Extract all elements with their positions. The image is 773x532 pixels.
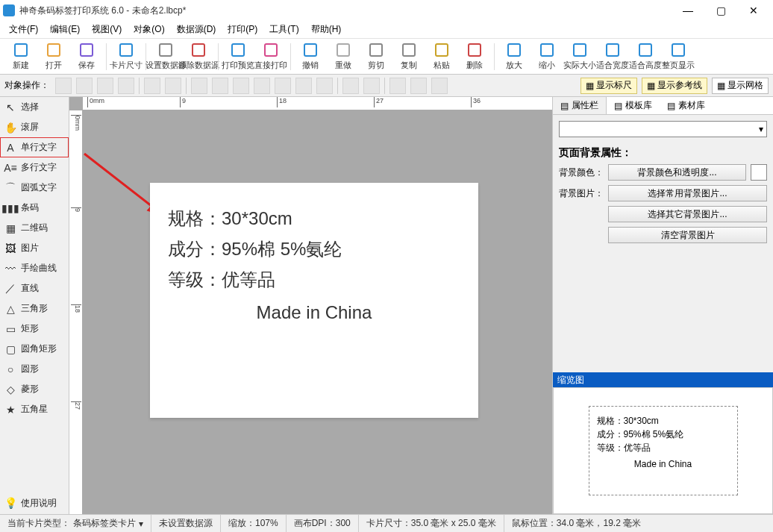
bulb-icon: 💡 — [4, 497, 16, 509]
fitpage-label: 整页显示 — [662, 60, 695, 71]
right-panel-tabs: ▤属性栏▤模板库▤素材库 — [553, 97, 773, 115]
tool-rect[interactable]: ▭矩形 — [0, 319, 69, 339]
actual-button[interactable]: 实际大小 — [563, 42, 596, 71]
rtab-tpl[interactable]: ▤模板库 — [607, 97, 660, 114]
toggle-ruler[interactable]: ▦显示标尺 — [580, 78, 637, 94]
toggle-guide[interactable]: ▦显示参考线 — [642, 78, 707, 94]
statusbar: 当前卡片类型：条码标签类卡片 ▾ 未设置数据源 缩放：107% 画布DPI：30… — [0, 514, 773, 532]
new-label: 新建 — [13, 60, 29, 71]
delete-button[interactable]: 删除 — [458, 42, 491, 71]
bgcolor-label: 背景颜色： — [559, 166, 604, 179]
close-button[interactable]: ✕ — [737, 0, 770, 21]
setds-button[interactable]: 设置数据源 — [149, 42, 182, 71]
menu-文件(F)[interactable]: 文件(F) — [4, 22, 43, 37]
help-tool[interactable]: 💡使用说明 — [0, 492, 69, 514]
tool-tri[interactable]: △三角形 — [0, 298, 69, 319]
new-button[interactable]: 新建 — [4, 42, 37, 71]
menu-视图(V)[interactable]: 视图(V) — [87, 22, 126, 37]
zoomin-button[interactable]: 放大 — [498, 42, 531, 71]
removeds-button[interactable]: 移除数据源 — [182, 42, 215, 71]
svg-rect-10 — [370, 44, 382, 56]
status-mouse: 鼠标位置：34.0 毫米，19.2 毫米 — [504, 515, 648, 532]
label-line-1[interactable]: 规格：30*30cm — [168, 204, 460, 234]
menu-打印(P)[interactable]: 打印(P) — [223, 22, 262, 37]
cut-icon — [368, 42, 384, 58]
tool-star[interactable]: ★五角星 — [0, 399, 69, 419]
preview-button[interactable]: 打印预览 — [222, 42, 254, 71]
select-icon: ↖ — [4, 101, 16, 113]
tool-curve[interactable]: 〰手绘曲线 — [0, 258, 69, 278]
tool-line[interactable]: ／直线 — [0, 278, 69, 298]
tool-text1[interactable]: A单行文字 — [0, 137, 69, 157]
vertical-ruler: 0mm91827 — [69, 110, 83, 514]
cardsize-button[interactable]: 卡片尺寸 — [110, 42, 143, 71]
menu-帮助(H)[interactable]: 帮助(H) — [307, 22, 346, 37]
tool-select[interactable]: ↖选择 — [0, 97, 69, 117]
tool-qrcode[interactable]: ▦二维码 — [0, 218, 69, 238]
save-button[interactable]: 保存 — [70, 42, 103, 71]
undo-button[interactable]: 撤销 — [294, 42, 327, 71]
tool-ellipse[interactable]: ○圆形 — [0, 359, 69, 379]
tool-pan[interactable]: ✋滚屏 — [0, 117, 69, 137]
menu-对象(O)[interactable]: 对象(O) — [129, 22, 169, 37]
fith-icon — [637, 42, 654, 58]
bgcolor-swatch[interactable] — [751, 164, 767, 181]
paste-label: 粘贴 — [434, 60, 450, 71]
label-line-3[interactable]: 等级：优等品 — [168, 265, 460, 295]
property-selector[interactable]: ▾ — [559, 121, 767, 137]
print-icon — [263, 42, 279, 58]
redo-button[interactable]: 重做 — [327, 42, 360, 71]
svg-rect-15 — [541, 44, 553, 56]
bgimg-label: 背景图片： — [559, 187, 604, 200]
rtab-props[interactable]: ▤属性栏 — [553, 97, 607, 114]
bgcolor-button[interactable]: 背景颜色和透明度... — [608, 164, 746, 181]
line-icon: ／ — [4, 283, 16, 295]
fitpage-button[interactable]: 整页显示 — [662, 42, 695, 71]
new-icon — [13, 42, 29, 58]
align-icon-5 — [165, 78, 181, 94]
label-line-2[interactable]: 成分：95%棉 5%氨纶 — [168, 234, 460, 265]
tool-textm[interactable]: A≡多行文字 — [0, 157, 69, 178]
setds-icon — [157, 42, 174, 58]
cut-label: 剪切 — [368, 60, 384, 71]
copy-button[interactable]: 复制 — [392, 42, 425, 71]
print-button[interactable]: 直接打印 — [254, 42, 287, 71]
svg-rect-5 — [193, 44, 204, 56]
print-label: 直接打印 — [254, 60, 287, 71]
titlebar: 神奇条码标签打印系统 6.0 - 未命名2.lbcp* — ▢ ✕ — [0, 0, 773, 21]
zoomout-button[interactable]: 缩小 — [531, 42, 563, 71]
toggle-grid[interactable]: ▦显示网格 — [712, 78, 769, 94]
maximize-button[interactable]: ▢ — [704, 0, 737, 21]
bgimg-clear-button[interactable]: 清空背景图片 — [608, 227, 767, 243]
minimize-button[interactable]: — — [672, 0, 704, 21]
tool-rrect[interactable]: ▢圆角矩形 — [0, 339, 69, 359]
svg-rect-8 — [304, 44, 316, 56]
rtab-assets[interactable]: ▤素材库 — [660, 97, 713, 114]
open-icon — [46, 42, 62, 58]
bgimg-other-button[interactable]: 选择其它背景图片... — [608, 206, 767, 222]
align-icon-1 — [76, 78, 93, 94]
menu-数据源(D)[interactable]: 数据源(D) — [172, 22, 221, 37]
menu-编辑(E)[interactable]: 编辑(E) — [46, 22, 84, 37]
app-icon — [3, 4, 15, 16]
tool-barcode[interactable]: ▮▮▮条码 — [0, 198, 69, 218]
tool-arc[interactable]: ⌒圆弧文字 — [0, 178, 69, 198]
svg-rect-11 — [403, 44, 415, 56]
bgimg-common-button[interactable]: 选择常用背景图片... — [608, 185, 767, 201]
tool-image[interactable]: 🖼图片 — [0, 238, 69, 258]
cut-button[interactable]: 剪切 — [360, 42, 392, 71]
svg-rect-18 — [639, 44, 651, 56]
open-button[interactable]: 打开 — [37, 42, 70, 71]
fith-button[interactable]: 适合高度 — [629, 42, 662, 71]
fitw-button[interactable]: 适合宽度 — [596, 42, 629, 71]
label-page[interactable]: 规格：30*30cm 成分：95%棉 5%氨纶 等级：优等品 Made in C… — [150, 183, 478, 418]
align-icon-2 — [97, 78, 113, 94]
canvas-area: 0mm9182736 0mm91827 规格：30*30cm 成分：95%棉 5… — [69, 97, 552, 514]
paste-button[interactable]: 粘贴 — [425, 42, 458, 71]
label-line-4[interactable]: Made in China — [168, 298, 460, 328]
menu-工具(T)[interactable]: 工具(T) — [265, 22, 303, 37]
tool-diamond[interactable]: ◇菱形 — [0, 379, 69, 399]
svg-rect-3 — [120, 44, 132, 56]
canvas-stage[interactable]: 规格：30*30cm 成分：95%棉 5%氨纶 等级：优等品 Made in C… — [83, 110, 552, 514]
align-icon-13 — [342, 78, 359, 94]
